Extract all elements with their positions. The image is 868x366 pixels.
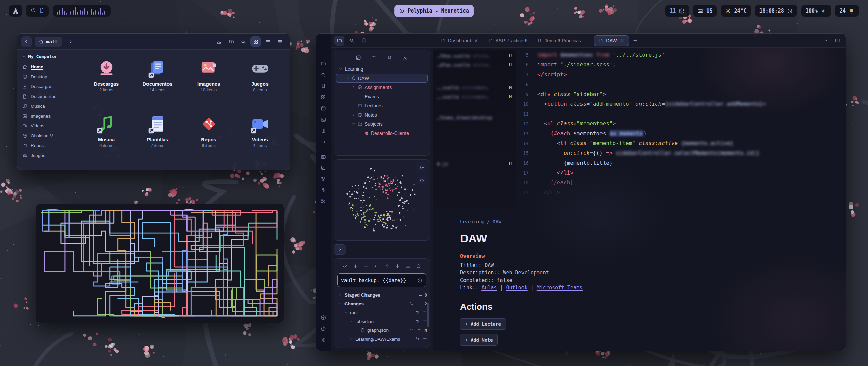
ribbon-reading-view-button[interactable] [318,126,329,136]
git-row-graph-json[interactable]: graph.jsonM [337,326,427,334]
new-folder-button[interactable] [371,55,377,62]
ribbon-help-button[interactable] [318,324,329,334]
tree-item-lectures[interactable]: Lectures [336,101,428,110]
plus-change-button[interactable] [417,327,421,333]
undo-change-button[interactable] [415,310,420,315]
tree-item-learning[interactable]: Learning [336,64,428,74]
clear-message-icon[interactable] [417,278,422,283]
ribbon-random-note-button[interactable] [318,163,329,173]
list-view-button[interactable] [262,36,273,47]
files-panel-button[interactable] [334,36,344,46]
git-scrollbar[interactable] [427,303,429,327]
git-row-obsidian[interactable]: .obsidian [337,317,427,326]
launcher-button[interactable] [9,5,22,17]
preview-button[interactable] [214,36,224,47]
ribbon-files-button[interactable] [318,59,329,69]
tab-asp-practice-6[interactable]: ASP Practice 6 [484,36,532,46]
sort-order-button[interactable] [387,55,392,62]
git-row-changes[interactable]: Changes2 [337,299,427,308]
link-aulas[interactable]: Aulas [481,285,497,291]
ribbon-snippets-button[interactable] [318,196,329,206]
clock-widget[interactable]: 18:08:28 [755,5,797,17]
sidebar-item-home[interactable]: Home [22,62,75,72]
search-panel-button[interactable] [347,36,357,46]
tab-dashboard[interactable]: Dashboard [436,36,483,46]
ribbon-developer-button[interactable] [318,137,329,147]
plus-change-button[interactable] [423,319,427,324]
stage-all-button[interactable] [351,262,359,270]
plus-change-button[interactable] [423,310,427,315]
file-item-musica[interactable]: Musica6 items [81,110,132,165]
sidebar-item-documentos[interactable]: Documentos [22,92,75,101]
sidebar-item-imagenes[interactable]: Imagenes [22,111,75,121]
pull-button[interactable] [394,262,402,270]
file-item-repos[interactable]: Repos6 items [183,110,234,165]
plus-change-button[interactable] [423,336,427,342]
sidebar-item-juegos[interactable]: Juegos [22,150,75,160]
ribbon-daily-notes-button[interactable] [318,103,329,114]
tree-item-desarrollo-cliente[interactable]: Desarrollo-Cliente [336,128,428,138]
push-button[interactable] [383,262,391,270]
plus-change-button[interactable] [417,301,421,306]
weather-widget[interactable]: 24°C [721,5,751,17]
ribbon-screenshot-button[interactable] [318,151,329,162]
new-folder-button[interactable] [226,36,237,47]
back-button[interactable] [21,36,32,47]
link-microsoft-teams[interactable]: Microsoft Teams [537,285,583,291]
file-item-descargas[interactable]: Descargas2 items [81,55,132,109]
commit-button[interactable] [341,262,349,270]
ribbon-settings-button[interactable] [318,335,329,345]
tree-item-daw[interactable]: DAW [336,74,428,83]
volume-widget[interactable]: 100% [801,5,831,17]
sidebar-item-descargas[interactable]: Descargas [22,82,75,92]
discard-button[interactable] [372,262,380,270]
new-note-button[interactable] [356,55,361,62]
sidebar-item-videos[interactable]: Videos [22,121,75,131]
updates-widget[interactable]: 11 [665,5,689,17]
git-row-staged-changes[interactable]: Staged Changes— 0 [337,290,427,299]
forward-button[interactable] [65,36,76,47]
collapse-all-button[interactable] [402,55,408,62]
file-item-documentos[interactable]: Documentos14 items [132,55,183,109]
ribbon-ledger-button[interactable] [318,185,329,195]
power-button[interactable] [31,7,36,14]
sidebar-item-desktop[interactable]: Desktop [22,72,75,82]
graph-focus-button[interactable] [417,175,427,185]
ribbon-terminal-button[interactable] [318,115,329,125]
action-button-add-note[interactable]: + Add Note [460,334,498,346]
ribbon-vault-switcher-button[interactable] [318,312,329,323]
tab-daw[interactable]: DAW [594,36,628,46]
notifications-widget[interactable]: 24 [835,5,859,17]
unstage-all-button[interactable] [362,262,370,270]
undo-change-button[interactable] [415,336,420,342]
refresh-button[interactable] [415,262,423,270]
ribbon-canvas-button[interactable] [318,92,329,102]
notes-button[interactable] [39,7,44,14]
file-item-imagenes[interactable]: Imagenes10 items [183,55,234,109]
tree-item-subjects[interactable]: Subjects [336,119,428,128]
link-outlook[interactable]: Outlook [506,285,527,291]
graph-settings-button[interactable] [417,162,427,172]
ribbon-bookmarks-button[interactable] [318,81,329,91]
change-list-button[interactable] [404,262,412,270]
now-playing-widget[interactable]: Polyphia - Neurotica [394,5,474,17]
menu-button[interactable] [275,36,285,47]
keyboard-layout-widget[interactable]: US [693,5,717,17]
sidebar-item-repos[interactable]: Repos [22,141,75,150]
undo-change-button[interactable] [415,319,420,324]
git-panel-tab[interactable] [334,244,346,255]
git-row-root[interactable]: root [337,308,427,317]
new-tab-button[interactable] [630,36,640,46]
file-item-juegos[interactable]: Juegos8 items [234,55,285,109]
bookmarks-panel-button[interactable] [359,36,369,46]
commit-message-input[interactable] [341,278,415,283]
split-editor-button[interactable] [832,36,842,46]
undo-change-button[interactable] [410,327,414,333]
file-item-plantillas[interactable]: Plantillas7 items [132,110,183,165]
undo-change-button[interactable] [410,301,414,306]
tree-item-assignments[interactable]: Assignments [336,83,428,92]
tree-item-notes[interactable]: Notes [336,110,428,119]
breadcrumb[interactable]: matt [35,37,62,47]
tab-list-button[interactable] [821,36,831,46]
sidebar-item-obsidian-v[interactable]: Obsidian V... [22,131,75,141]
